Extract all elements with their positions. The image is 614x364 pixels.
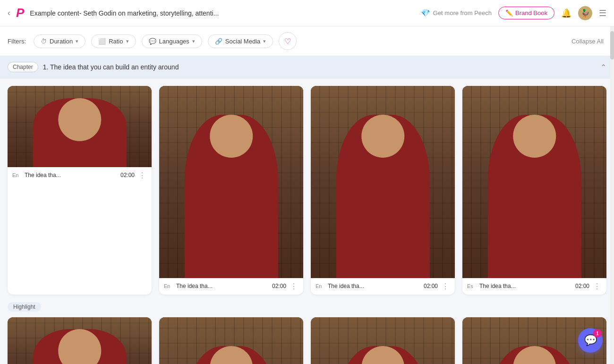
scrollbar-track[interactable] bbox=[610, 26, 614, 364]
language-label: En bbox=[316, 283, 325, 289]
social-media-label: Social Media bbox=[225, 38, 260, 45]
video-card[interactable]: En The idea tha... 01:34 ⋮ bbox=[8, 317, 152, 364]
languages-label: Languages bbox=[159, 38, 189, 45]
ratio-filter[interactable]: ⬜ Ratio ▾ bbox=[91, 34, 136, 48]
person-figure bbox=[513, 346, 556, 364]
back-button[interactable]: ‹ bbox=[8, 8, 10, 18]
scrollbar-thumb[interactable] bbox=[610, 31, 614, 59]
card-thumbnail bbox=[8, 86, 152, 167]
pencil-icon: ✏️ bbox=[505, 9, 513, 17]
filters-bar: Filters: ⏱ Duration ▾ ⬜ Ratio ▾ 💬 Langua… bbox=[0, 26, 614, 56]
more-options-icon[interactable]: ⋮ bbox=[592, 282, 602, 291]
language-label: Es bbox=[467, 283, 477, 289]
person-figure bbox=[210, 346, 253, 364]
person-figure bbox=[58, 98, 102, 142]
more-options-icon[interactable]: ⋮ bbox=[137, 171, 147, 180]
header-actions: 💎 Get more from Peech ✏️ Brand Book 🔔 🦆 … bbox=[421, 6, 606, 20]
languages-filter[interactable]: 💬 Languages ▾ bbox=[142, 34, 202, 48]
user-avatar[interactable]: 🦆 bbox=[578, 6, 592, 20]
clip-duration: 02:00 bbox=[120, 172, 135, 178]
clip-name: The idea tha... bbox=[176, 283, 269, 289]
duration-label: Duration bbox=[50, 38, 73, 45]
card-thumbnail bbox=[462, 86, 606, 278]
collapse-all-button[interactable]: Collapse All bbox=[569, 35, 606, 48]
video-card[interactable]: En The idea tha... 02:00 ⋮ bbox=[159, 86, 303, 295]
ratio-label: Ratio bbox=[109, 38, 123, 45]
card-thumbnail bbox=[159, 317, 303, 364]
highlight-badge: Highlight bbox=[8, 302, 41, 312]
clock-icon: ⏱ bbox=[41, 38, 47, 45]
card-thumbnail bbox=[311, 86, 455, 278]
ratio-icon: ⬜ bbox=[98, 38, 106, 45]
more-options-icon[interactable]: ⋮ bbox=[289, 282, 298, 291]
thumbnail-image bbox=[462, 86, 606, 278]
video-card[interactable]: En The idea tha... 02:00 ⋮ bbox=[8, 86, 152, 295]
card-info: En The idea tha... 02:00 ⋮ bbox=[8, 167, 152, 184]
menu-icon[interactable]: ☰ bbox=[599, 8, 606, 18]
clip-duration: 02:00 bbox=[424, 283, 438, 289]
heart-icon: ♡ bbox=[284, 37, 291, 46]
main-content: Chapter 1. The idea that you can build a… bbox=[0, 56, 614, 364]
video-card[interactable]: En The idea tha... 01:34 ⋮ bbox=[159, 317, 303, 364]
card-thumbnail bbox=[159, 86, 303, 278]
logo: P bbox=[16, 6, 24, 20]
video-card[interactable]: Es The idea tha... 02:00 ⋮ bbox=[462, 86, 606, 295]
filters-label: Filters: bbox=[8, 38, 26, 45]
upgrade-section: 💎 Get more from Peech bbox=[421, 8, 492, 17]
brand-book-button[interactable]: ✏️ Brand Book bbox=[498, 7, 554, 19]
language-label: En bbox=[164, 283, 173, 289]
favorites-filter[interactable]: ♡ bbox=[279, 32, 297, 50]
chat-badge: 1 bbox=[593, 329, 602, 338]
person-figure bbox=[513, 115, 556, 158]
chapter-header: Chapter 1. The idea that you can build a… bbox=[0, 56, 614, 78]
chevron-down-icon: ▾ bbox=[192, 38, 195, 44]
thumbnail-image bbox=[311, 86, 455, 278]
share-icon: 🔗 bbox=[215, 38, 222, 45]
highlight-cards-grid: En The idea tha... 01:34 ⋮ En The idea t… bbox=[8, 317, 606, 364]
chevron-down-icon: ▾ bbox=[263, 38, 266, 44]
card-thumbnail bbox=[8, 317, 152, 364]
clip-duration: 02:00 bbox=[272, 283, 286, 289]
header: ‹ P Example content- Seth Godin on marke… bbox=[0, 0, 614, 26]
chevron-down-icon: ▾ bbox=[76, 38, 78, 44]
language-label: En bbox=[12, 172, 22, 178]
chapter-cards-grid: En The idea tha... 02:00 ⋮ En The idea t… bbox=[8, 86, 606, 295]
person-figure bbox=[210, 115, 253, 158]
more-options-icon[interactable]: ⋮ bbox=[441, 282, 450, 291]
video-card[interactable]: En The idea tha... 01:34 ⋮ bbox=[311, 317, 455, 364]
brand-book-label: Brand Book bbox=[515, 9, 547, 17]
page-title: Example content- Seth Godin on marketing… bbox=[30, 9, 415, 17]
thumbnail-image bbox=[8, 86, 152, 167]
social-media-filter[interactable]: 🔗 Social Media ▾ bbox=[208, 34, 273, 48]
diamond-icon: 💎 bbox=[421, 8, 430, 17]
video-card[interactable]: En The idea tha... 02:00 ⋮ bbox=[311, 86, 455, 295]
chapter-cards-section: En The idea tha... 02:00 ⋮ En The idea t… bbox=[0, 78, 614, 364]
person-figure bbox=[361, 115, 405, 158]
card-info: Es The idea tha... 02:00 ⋮ bbox=[462, 278, 606, 295]
clip-name: The idea tha... bbox=[328, 283, 421, 289]
chapter-badge: Chapter bbox=[8, 62, 38, 72]
thumbnail-image bbox=[159, 86, 303, 278]
upgrade-text: Get more from Peech bbox=[433, 9, 492, 17]
clip-name: The idea tha... bbox=[25, 172, 118, 178]
thumbnail-image bbox=[159, 317, 303, 364]
notification-bell-icon[interactable]: 🔔 bbox=[561, 8, 571, 18]
card-thumbnail bbox=[311, 317, 455, 364]
card-info: En The idea tha... 02:00 ⋮ bbox=[311, 278, 455, 295]
clip-name: The idea tha... bbox=[479, 283, 572, 289]
chat-button[interactable]: 💬 1 bbox=[578, 328, 603, 353]
chapter-collapse-icon[interactable]: ⌃ bbox=[600, 63, 606, 72]
thumbnail-image bbox=[8, 317, 152, 364]
person-figure bbox=[361, 346, 405, 364]
thumbnail-image bbox=[311, 317, 455, 364]
language-icon: 💬 bbox=[149, 38, 156, 45]
card-info: En The idea tha... 02:00 ⋮ bbox=[159, 278, 303, 295]
person-figure bbox=[58, 329, 102, 364]
chevron-down-icon: ▾ bbox=[126, 38, 129, 44]
clip-duration: 02:00 bbox=[575, 283, 589, 289]
chapter-title: 1. The idea that you can build an entity… bbox=[43, 63, 596, 71]
duration-filter[interactable]: ⏱ Duration ▾ bbox=[34, 34, 85, 48]
